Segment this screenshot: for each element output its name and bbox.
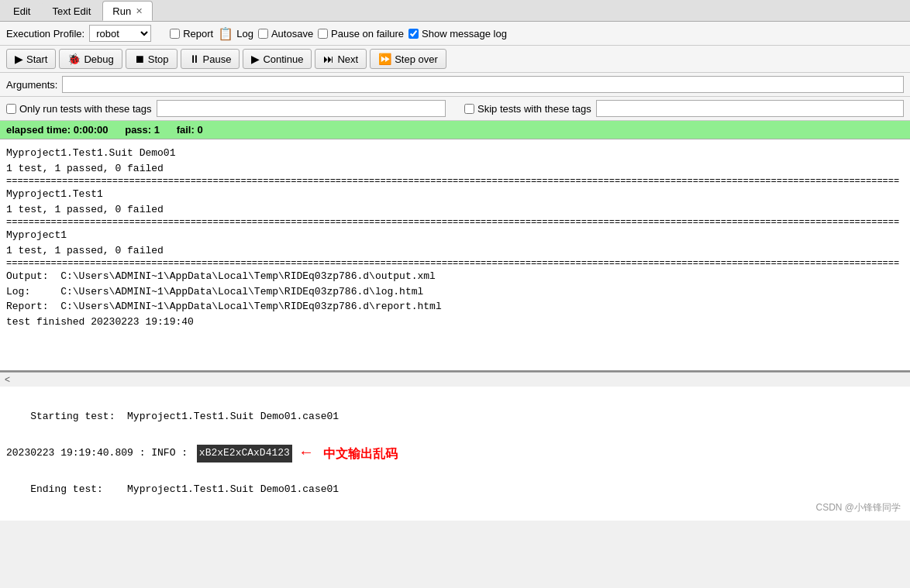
pause-on-failure-label: Pause on failure — [331, 28, 404, 40]
step-over-icon: ⏩ — [378, 53, 391, 65]
message-line-2-highlight: xB2xE2xCAxD4123 — [197, 445, 292, 462]
message-line-2: 20230223 19:19:40.809 : INFO : xB2xE2xCA… — [6, 441, 904, 466]
autosave-checkbox-group[interactable]: Autosave — [258, 28, 313, 40]
tab-text-edit[interactable]: Text Edit — [42, 1, 101, 21]
start-icon: ▶ — [15, 53, 23, 65]
message-line-1: Starting test: Myproject1.Test1.Suit Dem… — [6, 393, 904, 441]
pause-on-failure-checkbox-group[interactable]: Pause on failure — [318, 28, 404, 40]
btn-toolbar: ▶ Start 🐞 Debug ⏹ Stop ⏸ Pause ▶ Continu… — [0, 46, 910, 73]
skip-checkbox[interactable] — [464, 104, 474, 114]
skip-checkbox-group[interactable]: Skip tests with these tags — [464, 103, 591, 115]
arguments-input[interactable] — [62, 76, 904, 93]
scroll-hint: < — [0, 372, 910, 387]
fail-count: fail: 0 — [177, 124, 203, 136]
message-line-3: Ending test: Myproject1.Test1.Suit Demo0… — [6, 466, 904, 514]
pause-icon: ⏸ — [189, 53, 200, 65]
only-run-label: Only run tests with these tags — [19, 103, 152, 115]
next-label: Next — [337, 53, 358, 65]
pause-button[interactable]: ⏸ Pause — [181, 49, 240, 69]
scroll-indicator: < — [5, 374, 10, 385]
autosave-checkbox[interactable] — [258, 29, 268, 39]
skip-label: Skip tests with these tags — [477, 103, 591, 115]
debug-icon: 🐞 — [67, 53, 81, 65]
log-label: Log — [236, 28, 253, 40]
pass-count: pass: 1 — [125, 124, 160, 136]
only-run-tags-group: Only run tests with these tags — [6, 100, 446, 117]
autosave-label: Autosave — [271, 28, 313, 40]
only-run-checkbox-group[interactable]: Only run tests with these tags — [6, 103, 152, 115]
report-label: Report — [183, 28, 213, 40]
only-run-checkbox[interactable] — [6, 104, 16, 114]
pause-on-failure-checkbox[interactable] — [318, 29, 328, 39]
message-log: Starting test: Myproject1.Test1.Suit Dem… — [0, 387, 910, 521]
tab-edit[interactable]: Edit — [3, 1, 40, 21]
show-message-log-checkbox[interactable] — [408, 29, 419, 39]
skip-tags-group: Skip tests with these tags — [464, 100, 904, 117]
arguments-label: Arguments: — [6, 79, 57, 91]
debug-button[interactable]: 🐞 Debug — [59, 49, 122, 69]
annotation-arrow: ← — [302, 441, 311, 466]
watermark: CSDN @小锋锋同学 — [815, 501, 901, 514]
only-run-input[interactable] — [157, 100, 446, 117]
tab-run-label: Run — [112, 5, 131, 17]
report-checkbox[interactable] — [170, 29, 180, 39]
continue-icon: ▶ — [251, 53, 260, 65]
start-label: Start — [26, 53, 47, 65]
toolbar-row-1: Execution Profile: robot Report 📋 Log Au… — [0, 22, 910, 46]
log-group: 📋 Log — [218, 26, 253, 41]
start-button[interactable]: ▶ Start — [6, 49, 56, 69]
tab-run-close[interactable]: ✕ — [136, 6, 143, 16]
show-message-log-label: Show message log — [422, 28, 507, 40]
step-over-label: Step over — [395, 53, 438, 65]
tab-run[interactable]: Run ✕ — [102, 1, 153, 21]
report-checkbox-group[interactable]: Report — [170, 28, 213, 40]
skip-input[interactable] — [596, 100, 904, 117]
arguments-row: Arguments: — [0, 73, 910, 97]
step-over-button[interactable]: ⏩ Step over — [370, 49, 446, 69]
execution-profile-label: Execution Profile: — [6, 28, 84, 40]
pause-label: Pause — [203, 53, 232, 65]
tab-edit-label: Edit — [13, 5, 30, 17]
elapsed-time: elapsed time: 0:00:00 — [6, 124, 109, 136]
continue-label: Continue — [263, 53, 303, 65]
log-icon: 📋 — [218, 26, 233, 41]
continue-button[interactable]: ▶ Continue — [243, 49, 312, 69]
status-bar: elapsed time: 0:00:00 pass: 1 fail: 0 — [0, 121, 910, 139]
execution-profile-select[interactable]: robot — [89, 25, 151, 42]
stop-label: Stop — [148, 53, 169, 65]
stop-icon: ⏹ — [134, 53, 145, 65]
next-icon: ⏭ — [323, 53, 334, 65]
next-button[interactable]: ⏭ Next — [315, 49, 367, 69]
output-area: Myproject1.Test1.Suit Demo011 test, 1 pa… — [0, 139, 910, 372]
tab-bar: Edit Text Edit Run ✕ — [0, 0, 910, 22]
debug-label: Debug — [84, 53, 113, 65]
tab-text-edit-label: Text Edit — [52, 5, 91, 17]
tags-row: Only run tests with these tags Skip test… — [0, 97, 910, 121]
stop-button[interactable]: ⏹ Stop — [126, 49, 178, 69]
show-message-log-checkbox-group[interactable]: Show message log — [408, 28, 507, 40]
message-line-2-prefix: 20230223 19:19:40.809 : INFO : — [6, 445, 194, 462]
annotation-text: 中文输出乱码 — [323, 444, 398, 464]
